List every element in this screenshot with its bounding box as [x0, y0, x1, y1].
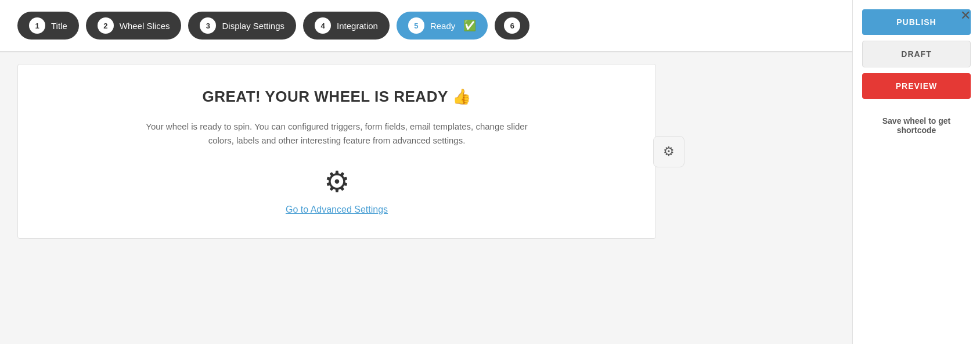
close-button[interactable]: ✕ — [960, 9, 971, 22]
step-5-check-icon: ✅ — [463, 19, 476, 32]
wheel-ready-container: GREAT! YOUR WHEEL IS READY 👍 Your wheel … — [0, 52, 852, 344]
step-2-number: 2 — [98, 17, 114, 34]
goto-advanced-settings-link[interactable]: Go to Advanced Settings — [286, 205, 388, 215]
content-area: 1 Title 2 Wheel Slices 3 Display Setting… — [0, 0, 852, 344]
wheel-ready-description: Your wheel is ready to spin. You can con… — [134, 120, 540, 148]
step-3[interactable]: 3 Display Settings — [188, 12, 296, 40]
wheel-ready-title: GREAT! YOUR WHEEL IS READY 👍 — [202, 88, 471, 106]
right-sidebar: ✕ PUBLISH DRAFT PREVIEW Save wheel to ge… — [852, 0, 980, 344]
wheel-ready-box: GREAT! YOUR WHEEL IS READY 👍 Your wheel … — [17, 64, 656, 239]
preview-button[interactable]: PREVIEW — [862, 73, 971, 99]
step-3-label: Display Settings — [222, 21, 284, 31]
step-2-label: Wheel Slices — [120, 21, 170, 31]
step-6[interactable]: 6 — [495, 12, 529, 40]
step-5[interactable]: 5 Ready ✅ — [397, 12, 488, 40]
shortcode-text: Save wheel to get shortcode — [862, 110, 971, 141]
step-5-number: 5 — [408, 17, 424, 34]
floating-gear-button[interactable]: ⚙ — [653, 136, 684, 167]
step-6-number: 6 — [504, 17, 520, 34]
step-4-label: Integration — [337, 21, 378, 31]
steps-nav: 1 Title 2 Wheel Slices 3 Display Setting… — [0, 0, 852, 52]
settings-gear-icon: ⚙ — [324, 165, 350, 199]
step-5-label: Ready — [430, 21, 455, 31]
publish-button[interactable]: PUBLISH — [862, 9, 971, 35]
step-1[interactable]: 1 Title — [17, 12, 79, 40]
step-1-label: Title — [51, 21, 67, 31]
step-2[interactable]: 2 Wheel Slices — [86, 12, 182, 40]
draft-button[interactable]: DRAFT — [862, 41, 971, 67]
step-3-number: 3 — [200, 17, 216, 34]
step-4-number: 4 — [315, 17, 331, 34]
step-1-number: 1 — [29, 17, 45, 34]
floating-gear-icon: ⚙ — [663, 144, 675, 159]
step-4[interactable]: 4 Integration — [303, 12, 390, 40]
main-container: 1 Title 2 Wheel Slices 3 Display Setting… — [0, 0, 980, 344]
